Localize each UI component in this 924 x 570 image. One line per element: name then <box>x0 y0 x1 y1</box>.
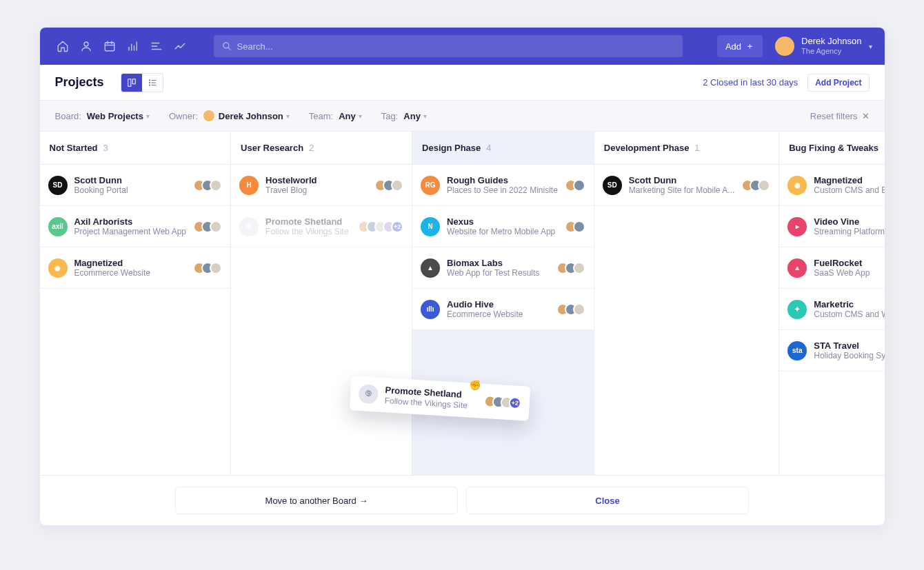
search-input-wrap[interactable] <box>214 35 683 57</box>
avatar <box>758 179 770 192</box>
user-icon[interactable] <box>76 36 97 57</box>
project-logo: ▲ <box>787 258 807 278</box>
filter-owner[interactable]: Owner: Derek Johnson ▾ <box>169 110 290 121</box>
avatar-group <box>556 303 585 316</box>
column-header: Design Phase4 <box>412 132 594 165</box>
reset-filters[interactable]: Reset filters ✕ <box>810 111 870 121</box>
board-column[interactable]: Bug Fixing & Tweaks5 ◉ Magnetized Custom… <box>779 132 884 475</box>
project-card[interactable]: SD Scott Dunn Booking Portal <box>40 165 231 206</box>
subbar: Projects 2 Closed in last 30 days Add Pr… <box>40 65 885 101</box>
board-column[interactable]: User Research2 H Hostelworld Travel Blog… <box>231 132 412 475</box>
project-card[interactable]: ✦ Marketric Custom CMS and Websi <box>779 289 884 330</box>
avatar-group <box>193 179 222 192</box>
close-button[interactable]: Close <box>466 487 749 514</box>
topbar: Add ＋ Derek Johnson The Agency ▾ <box>40 28 885 65</box>
calendar-icon[interactable] <box>99 36 120 57</box>
home-icon[interactable] <box>52 36 73 57</box>
card-title: Scott Dunn <box>74 175 187 186</box>
move-board-button[interactable]: Move to another Board → <box>175 487 458 514</box>
card-subtitle: Website for Metro Mobile App <box>447 227 558 236</box>
column-count: 1 <box>694 143 699 153</box>
card-subtitle: Ecommerce Website <box>74 268 187 278</box>
avatar-group: +2 <box>483 395 521 409</box>
filter-tag[interactable]: Tag: Any ▾ <box>381 111 427 121</box>
project-card[interactable]: sta STA Travel Holiday Booking System <box>779 330 884 371</box>
app-window: Add ＋ Derek Johnson The Agency ▾ Project… <box>40 28 885 525</box>
list-view-toggle[interactable] <box>142 74 163 92</box>
svg-rect-4 <box>132 79 135 83</box>
board-column[interactable]: Design Phase4 RG Rough Guides Places to … <box>412 132 594 475</box>
card-subtitle: Project Management Web App <box>74 227 187 236</box>
project-card[interactable]: ▲ Biomax Labs Web App for Test Results <box>412 247 594 289</box>
project-logo: axil <box>48 217 68 236</box>
board-column[interactable]: Not Started3 SD Scott Dunn Booking Porta… <box>40 132 232 475</box>
avatar-group <box>193 262 222 274</box>
filter-team[interactable]: Team: Any ▾ <box>309 111 362 121</box>
svg-point-6 <box>149 82 150 83</box>
search-input[interactable] <box>237 41 674 52</box>
card-subtitle: Travel Blog <box>265 185 368 195</box>
project-card[interactable]: H Hostelworld Travel Blog <box>231 165 412 206</box>
filter-board[interactable]: Board: Web Projects ▾ <box>55 111 150 121</box>
card-title: Marketric <box>814 299 884 310</box>
avatar-group: +2 <box>358 221 403 233</box>
add-project-button[interactable]: Add Project <box>807 74 869 92</box>
project-logo: ✦ <box>787 300 807 319</box>
add-button[interactable]: Add ＋ <box>717 35 763 57</box>
project-card[interactable]: SD Scott Dunn Marketing Site for Mobile … <box>594 165 779 206</box>
project-card[interactable]: ıllı Audio Hive Ecommerce Website <box>412 289 594 330</box>
avatar <box>391 179 403 192</box>
trend-icon[interactable] <box>170 36 190 57</box>
chart-icon[interactable] <box>123 36 143 57</box>
column-count: 5 <box>884 143 885 153</box>
board-view-toggle[interactable] <box>121 74 142 92</box>
menu-icon[interactable] <box>146 36 167 57</box>
project-card[interactable]: ➈ Promote Shetland Follow the Vikings Si… <box>231 206 412 247</box>
column-header: Development Phase1 <box>594 132 779 165</box>
plus-icon: ＋ <box>745 40 754 52</box>
project-card[interactable]: RG Rough Guides Places to See in 2022 Mi… <box>412 165 594 206</box>
avatar <box>573 179 585 192</box>
board-column[interactable]: Development Phase1 SD Scott Dunn Marketi… <box>594 132 779 475</box>
chevron-down-icon: ▾ <box>286 112 290 120</box>
card-subtitle: Booking Portal <box>74 185 187 195</box>
avatar-group <box>556 262 585 274</box>
project-logo: H <box>239 176 259 195</box>
avatar-group <box>565 179 585 192</box>
card-title: Rough Guides <box>447 175 558 186</box>
project-logo: ▸ <box>787 217 807 236</box>
project-card[interactable]: ▲ FuelRocket SaaS Web App <box>779 247 884 289</box>
project-card[interactable]: axil Axil Arborists Project Management W… <box>40 206 231 247</box>
avatar-group <box>193 221 222 233</box>
avatar <box>210 221 222 233</box>
card-subtitle: Ecommerce Website <box>447 309 550 319</box>
project-card[interactable]: ◉ Magnetized Ecommerce Website <box>40 247 231 289</box>
column-title: Bug Fixing & Tweaks <box>789 143 878 153</box>
filterbar: Board: Web Projects ▾ Owner: Derek Johns… <box>40 101 885 131</box>
project-card[interactable]: ▸ Video Vine Streaming Platform <box>779 206 884 247</box>
svg-point-5 <box>149 79 150 80</box>
avatar-group <box>565 221 585 233</box>
card-subtitle: Custom CMS and Blog <box>814 185 884 195</box>
column-title: Development Phase <box>604 143 690 153</box>
project-logo: SD <box>603 176 622 195</box>
svg-rect-1 <box>105 43 114 51</box>
chevron-down-icon: ▾ <box>359 112 362 120</box>
user-menu[interactable]: Derek Johnson The Agency ▾ <box>775 37 872 56</box>
project-card[interactable]: ◉ Magnetized Custom CMS and Blog <box>779 165 884 206</box>
card-title: FuelRocket <box>814 258 884 269</box>
column-title: Design Phase <box>422 143 481 153</box>
card-subtitle: Follow the Vikings Site <box>265 227 351 236</box>
project-card[interactable]: N Nexus Website for Metro Mobile App <box>412 206 594 247</box>
card-title: Scott Dunn <box>629 175 734 186</box>
avatar <box>210 262 222 274</box>
page-title: Projects <box>55 75 104 90</box>
closed-projects-link[interactable]: 2 Closed in last 30 days <box>703 77 798 88</box>
card-title: STA Travel <box>814 340 884 352</box>
search-icon <box>222 41 232 51</box>
column-header: User Research2 <box>231 132 412 165</box>
column-title: Not Started <box>50 143 98 153</box>
project-logo: RG <box>421 176 440 195</box>
close-icon: ✕ <box>862 111 870 121</box>
chevron-down-icon: ▾ <box>146 112 150 120</box>
